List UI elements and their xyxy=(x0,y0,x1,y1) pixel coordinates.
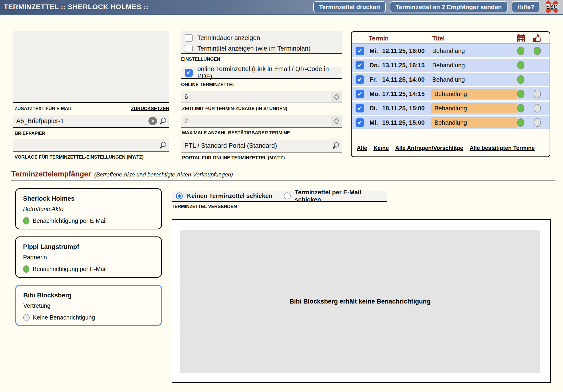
appointment-date: 17.11.25, 14:15 xyxy=(382,90,425,98)
appointment-day: Fr. xyxy=(370,76,377,83)
send-terminzettel-button[interactable]: Terminzettel an 2 Empfänger senden xyxy=(390,1,508,12)
appointment-title-input[interactable]: Behandlung xyxy=(431,103,518,113)
appointment-date: 12.11.25, 16:00 xyxy=(382,47,425,55)
send-option[interactable]: Terminzettel per E-Mail schicken xyxy=(280,191,388,201)
recipient-role: Betroffene Akte xyxy=(23,206,161,212)
send-option-label: Keinen Terminzettel schicken xyxy=(187,192,273,199)
appointment-checkbox[interactable]: ✔ xyxy=(356,118,364,127)
vorlage-input[interactable] xyxy=(16,139,126,151)
briefpapier-input[interactable] xyxy=(16,115,126,127)
briefpapier-field: ✕ xyxy=(13,115,169,128)
recipient-name: Bibi Blocksberg xyxy=(23,292,161,299)
recipient-card[interactable]: Bibi BlocksbergVertretungKeine Benachric… xyxy=(15,285,162,326)
appointment-checkbox[interactable]: ✔ xyxy=(356,75,364,84)
thumbs-up-icon xyxy=(532,33,542,43)
notification-status-label: Benachrichtigung per E-Mail xyxy=(33,217,106,224)
appointment-row: ✔Do.13.11.25, 16:15Behandlung xyxy=(352,59,550,72)
zeitlimit-input[interactable] xyxy=(184,91,297,103)
header-actions: Terminzettel drucken Terminzettel an 2 E… xyxy=(313,0,563,13)
zeitlimit-field xyxy=(181,91,342,103)
print-terminzettel-button[interactable]: Terminzettel drucken xyxy=(313,1,386,12)
search-icon[interactable] xyxy=(159,141,167,149)
recipients-title: Terminzettelempfänger xyxy=(11,170,91,178)
esc-label: ESC xyxy=(546,4,558,10)
help-button[interactable]: Hilfe? xyxy=(512,1,540,12)
appointment-checkbox[interactable]: ✔ xyxy=(356,47,364,55)
clear-icon[interactable]: ✕ xyxy=(148,117,157,125)
termindauer-checkbox[interactable] xyxy=(185,34,192,42)
notification-status-dot xyxy=(23,314,30,321)
recipient-name: Pippi Langstrumpf xyxy=(23,243,161,251)
settings-checkbox-section: Termindauer anzeigen Termintitel anzeige… xyxy=(181,31,342,54)
confirmation-status-dot xyxy=(534,47,541,55)
appointment-date: 18.11.25, 15:00 xyxy=(382,105,425,112)
notification-status-dot xyxy=(23,265,29,273)
portal-label: PORTAL FÜR ONLINE TERMINZETTEL (MY/TZ) xyxy=(182,155,285,160)
appointment-row: ✔Fr.14.11.25, 14:00Behandlung xyxy=(352,73,550,86)
max-termine-field xyxy=(181,115,342,128)
appointment-checkbox[interactable]: ✔ xyxy=(356,104,364,112)
notification-status-label: Benachrichtigung per E-Mail xyxy=(33,266,106,273)
vorlage-label: VORLAGE FÜR TERMINZETTEL-EINSTELLUNGEN (… xyxy=(14,154,144,160)
appointment-title-input[interactable]: Behandlung xyxy=(431,118,518,128)
calendar-status-dot xyxy=(517,47,525,55)
recipient-card[interactable]: Pippi LangstrumpfPartnerinBenachrichtigu… xyxy=(15,236,162,278)
termindauer-row: Termindauer anzeigen xyxy=(181,33,342,43)
online-terminzettel-section-label: ONLINE TERMINZETTEL xyxy=(181,82,235,87)
portal-input[interactable] xyxy=(184,140,297,152)
send-options-label: TERMINZETTEL VERSENDEN xyxy=(172,204,237,209)
recipient-notification-status: Benachrichtigung per E-Mail xyxy=(23,265,161,273)
window-title: TERMINZETTEL :: SHERLOCK HOLMES :: xyxy=(0,3,148,11)
search-icon[interactable] xyxy=(332,141,340,150)
vorlage-field xyxy=(13,139,169,152)
max-termine-stepper[interactable] xyxy=(331,116,342,126)
appointment-title: Behandlung xyxy=(432,62,465,69)
appointments-rows: ✔Mi.12.11.25, 16:00Behandlung✔Do.13.11.2… xyxy=(352,44,550,129)
appointment-title: Behandlung xyxy=(432,47,465,55)
esc-button[interactable]: ESC xyxy=(544,0,560,13)
calendar-status-dot xyxy=(517,75,525,84)
appointment-day: Mo. xyxy=(370,90,380,98)
selection-link[interactable]: Alle xyxy=(357,145,367,151)
termintitel-checkbox[interactable] xyxy=(185,45,192,52)
appointment-checkbox[interactable]: ✔ xyxy=(356,61,364,69)
calendar-icon xyxy=(516,33,526,43)
appointment-title: Behandlung xyxy=(432,76,465,83)
search-icon[interactable] xyxy=(159,117,167,125)
reset-link[interactable]: ZURÜCKSETZEN xyxy=(13,106,169,111)
calendar-status-dot xyxy=(517,90,525,98)
einstellungen-label: EINSTELLUNGEN xyxy=(181,56,220,62)
max-termine-input[interactable] xyxy=(184,115,297,127)
chevron-down-icon xyxy=(334,121,339,124)
appointment-day: Mi. xyxy=(370,47,378,55)
confirmation-status-dot xyxy=(534,90,541,98)
chevron-down-icon xyxy=(334,97,339,100)
notice-area: Bibi Blocksberg erhält keine Benachricht… xyxy=(180,230,540,373)
selection-link[interactable]: Alle bestätigten Termine xyxy=(470,145,535,151)
selection-link[interactable]: Keine xyxy=(373,145,389,151)
send-option-label: Terminzettel per E-Mail schicken xyxy=(295,189,388,203)
recipient-card[interactable]: Sherlock HolmesBetroffene AkteBenachrich… xyxy=(15,188,162,229)
notification-status-label: Keine Benachrichtigung xyxy=(33,314,95,321)
radio-button[interactable] xyxy=(284,193,291,199)
recipient-notification-status: Benachrichtigung per E-Mail xyxy=(23,217,161,224)
appointments-header: Termin Titel xyxy=(352,32,550,44)
appointment-row: ✔Mo.17.11.25, 14:15Behandlung xyxy=(352,87,550,101)
notification-status-dot xyxy=(23,217,29,224)
calendar-status-dot xyxy=(517,104,525,112)
briefpapier-label: BRIEFPAPIER xyxy=(14,131,45,136)
appointment-day: Di. xyxy=(370,105,377,112)
send-option[interactable]: Keinen Terminzettel schicken xyxy=(172,191,280,201)
titel-column-header: Titel xyxy=(432,35,445,42)
online-terminzettel-checkbox[interactable]: ✔ xyxy=(185,69,192,77)
calendar-status-dot xyxy=(517,118,525,127)
email-additional-text-input[interactable] xyxy=(13,31,169,103)
appointment-title-input[interactable]: Behandlung xyxy=(431,89,518,99)
appointment-row: ✔Mi.12.11.25, 16:00Behandlung xyxy=(352,44,550,57)
zeitlimit-stepper[interactable] xyxy=(331,92,342,102)
selection-link[interactable]: Alle Anfragen/Vorschläge xyxy=(395,145,463,151)
zeitlimit-label: ZEITLIMIT FÜR TERMIN-ZUSAGE (IN STUNDEN) xyxy=(182,106,287,111)
recipients-heading: Terminzettelempfänger(Betroffene Akte un… xyxy=(11,170,233,178)
appointment-checkbox[interactable]: ✔ xyxy=(356,90,364,98)
radio-button[interactable] xyxy=(176,193,183,199)
